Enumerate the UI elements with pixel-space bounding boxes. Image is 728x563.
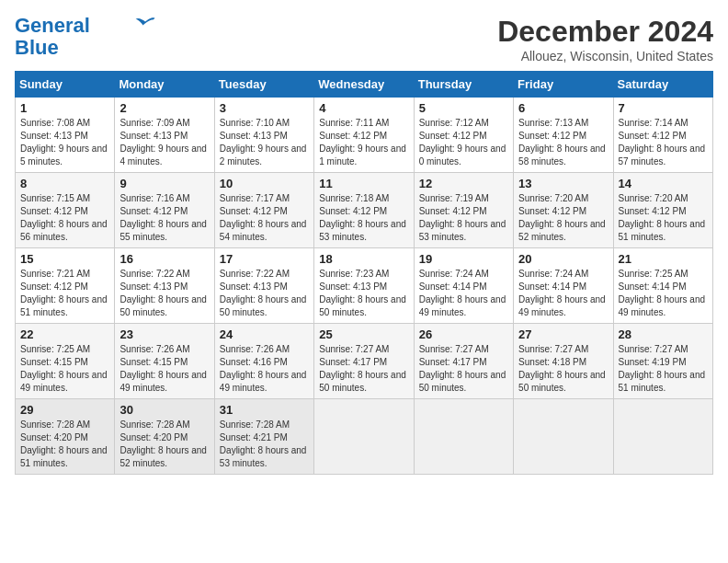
table-row: 2 Sunrise: 7:09 AMSunset: 4:13 PMDayligh… [115,98,214,173]
calendar-week-row: 8 Sunrise: 7:15 AMSunset: 4:12 PMDayligh… [16,173,713,248]
table-row [613,399,712,475]
calendar-week-row: 1 Sunrise: 7:08 AMSunset: 4:13 PMDayligh… [16,98,713,173]
table-row: 20 Sunrise: 7:24 AMSunset: 4:14 PMDaylig… [514,248,613,324]
day-detail: Sunrise: 7:18 AMSunset: 4:12 PMDaylight:… [319,193,406,242]
day-detail: Sunrise: 7:10 AMSunset: 4:13 PMDaylight:… [220,118,307,167]
table-row: 25 Sunrise: 7:27 AMSunset: 4:17 PMDaylig… [314,324,414,399]
day-number: 26 [419,327,508,341]
day-detail: Sunrise: 7:27 AMSunset: 4:18 PMDaylight:… [518,344,606,393]
day-number: 23 [119,327,209,341]
day-detail: Sunrise: 7:27 AMSunset: 4:19 PMDaylight:… [619,344,706,393]
day-detail: Sunrise: 7:09 AMSunset: 4:13 PMDaylight:… [119,118,207,167]
day-detail: Sunrise: 7:13 AMSunset: 4:12 PMDaylight:… [518,118,606,167]
day-number: 14 [619,177,708,190]
title-block: December 2024 Allouez, Wisconsin, United… [497,15,713,63]
location: Allouez, Wisconsin, United States [497,49,713,63]
logo-text-blue: Blue [15,37,59,59]
table-row: 9 Sunrise: 7:16 AMSunset: 4:12 PMDayligh… [115,173,214,248]
table-row: 26 Sunrise: 7:27 AMSunset: 4:17 PMDaylig… [414,324,513,399]
day-number: 11 [319,177,408,190]
table-row: 8 Sunrise: 7:15 AMSunset: 4:12 PMDayligh… [16,173,115,248]
day-number: 28 [619,327,708,341]
table-row: 7 Sunrise: 7:14 AMSunset: 4:12 PMDayligh… [613,98,712,173]
table-row: 15 Sunrise: 7:21 AMSunset: 4:12 PMDaylig… [16,248,115,324]
day-detail: Sunrise: 7:28 AMSunset: 4:21 PMDaylight:… [220,419,307,468]
col-thursday: Thursday [414,72,513,98]
day-detail: Sunrise: 7:24 AMSunset: 4:14 PMDaylight:… [518,269,606,317]
day-number: 5 [419,101,508,115]
day-detail: Sunrise: 7:21 AMSunset: 4:12 PMDaylight:… [20,269,108,317]
calendar-week-row: 15 Sunrise: 7:21 AMSunset: 4:12 PMDaylig… [16,248,713,324]
day-number: 25 [319,327,408,341]
table-row: 30 Sunrise: 7:28 AMSunset: 4:20 PMDaylig… [115,399,214,475]
day-detail: Sunrise: 7:28 AMSunset: 4:20 PMDaylight:… [119,419,207,468]
day-number: 13 [518,177,608,190]
day-detail: Sunrise: 7:22 AMSunset: 4:13 PMDaylight:… [119,269,207,317]
day-detail: Sunrise: 7:25 AMSunset: 4:14 PMDaylight:… [619,269,706,317]
table-row: 16 Sunrise: 7:22 AMSunset: 4:13 PMDaylig… [115,248,214,324]
day-detail: Sunrise: 7:28 AMSunset: 4:20 PMDaylight:… [20,419,108,468]
day-detail: Sunrise: 7:12 AMSunset: 4:12 PMDaylight:… [419,118,506,167]
day-detail: Sunrise: 7:11 AMSunset: 4:12 PMDaylight:… [319,118,406,167]
table-row: 21 Sunrise: 7:25 AMSunset: 4:14 PMDaylig… [613,248,712,324]
calendar-week-row: 29 Sunrise: 7:28 AMSunset: 4:20 PMDaylig… [16,399,713,475]
table-row: 19 Sunrise: 7:24 AMSunset: 4:14 PMDaylig… [414,248,513,324]
day-number: 21 [619,252,708,266]
table-row: 4 Sunrise: 7:11 AMSunset: 4:12 PMDayligh… [314,98,414,173]
table-row: 29 Sunrise: 7:28 AMSunset: 4:20 PMDaylig… [16,399,115,475]
day-number: 27 [518,327,608,341]
day-detail: Sunrise: 7:25 AMSunset: 4:15 PMDaylight:… [20,344,108,393]
day-number: 20 [518,252,608,266]
day-detail: Sunrise: 7:20 AMSunset: 4:12 PMDaylight:… [518,193,606,242]
table-row: 22 Sunrise: 7:25 AMSunset: 4:15 PMDaylig… [16,324,115,399]
table-row: 27 Sunrise: 7:27 AMSunset: 4:18 PMDaylig… [514,324,613,399]
day-detail: Sunrise: 7:27 AMSunset: 4:17 PMDaylight:… [419,344,506,393]
day-number: 17 [220,252,309,266]
table-row [314,399,414,475]
calendar-header-row: Sunday Monday Tuesday Wednesday Thursday… [16,72,713,98]
page-header: General Blue December 2024 Allouez, Wisc… [15,15,713,63]
logo-bird-icon [134,16,156,32]
day-number: 22 [20,327,109,341]
table-row [414,399,513,475]
day-detail: Sunrise: 7:26 AMSunset: 4:16 PMDaylight:… [220,344,307,393]
day-number: 6 [518,101,608,115]
table-row: 3 Sunrise: 7:10 AMSunset: 4:13 PMDayligh… [214,98,313,173]
table-row: 31 Sunrise: 7:28 AMSunset: 4:21 PMDaylig… [214,399,313,475]
table-row: 28 Sunrise: 7:27 AMSunset: 4:19 PMDaylig… [613,324,712,399]
day-detail: Sunrise: 7:14 AMSunset: 4:12 PMDaylight:… [619,118,706,167]
day-detail: Sunrise: 7:08 AMSunset: 4:13 PMDaylight:… [20,118,108,167]
table-row: 24 Sunrise: 7:26 AMSunset: 4:16 PMDaylig… [214,324,313,399]
table-row: 5 Sunrise: 7:12 AMSunset: 4:12 PMDayligh… [414,98,513,173]
col-monday: Monday [115,72,214,98]
table-row: 12 Sunrise: 7:19 AMSunset: 4:12 PMDaylig… [414,173,513,248]
day-detail: Sunrise: 7:20 AMSunset: 4:12 PMDaylight:… [619,193,706,242]
day-detail: Sunrise: 7:17 AMSunset: 4:12 PMDaylight:… [220,193,307,242]
day-number: 4 [319,101,408,115]
month-title: December 2024 [497,15,713,49]
day-detail: Sunrise: 7:24 AMSunset: 4:14 PMDaylight:… [419,269,506,317]
col-saturday: Saturday [613,72,712,98]
day-number: 16 [119,252,209,266]
day-number: 9 [119,177,209,190]
day-detail: Sunrise: 7:16 AMSunset: 4:12 PMDaylight:… [119,193,207,242]
col-friday: Friday [514,72,613,98]
table-row: 17 Sunrise: 7:22 AMSunset: 4:13 PMDaylig… [214,248,313,324]
day-detail: Sunrise: 7:22 AMSunset: 4:13 PMDaylight:… [220,269,307,317]
table-row: 14 Sunrise: 7:20 AMSunset: 4:12 PMDaylig… [613,173,712,248]
col-wednesday: Wednesday [314,72,414,98]
day-number: 18 [319,252,408,266]
calendar-week-row: 22 Sunrise: 7:25 AMSunset: 4:15 PMDaylig… [16,324,713,399]
logo: General Blue [15,15,156,59]
day-number: 24 [220,327,309,341]
calendar-table: Sunday Monday Tuesday Wednesday Thursday… [15,71,713,475]
col-sunday: Sunday [16,72,115,98]
day-number: 10 [220,177,309,190]
day-number: 3 [220,101,309,115]
day-number: 29 [20,403,109,417]
day-number: 1 [20,101,109,115]
day-number: 12 [419,177,508,190]
day-number: 30 [119,403,209,417]
day-detail: Sunrise: 7:15 AMSunset: 4:12 PMDaylight:… [20,193,108,242]
day-detail: Sunrise: 7:26 AMSunset: 4:15 PMDaylight:… [119,344,207,393]
